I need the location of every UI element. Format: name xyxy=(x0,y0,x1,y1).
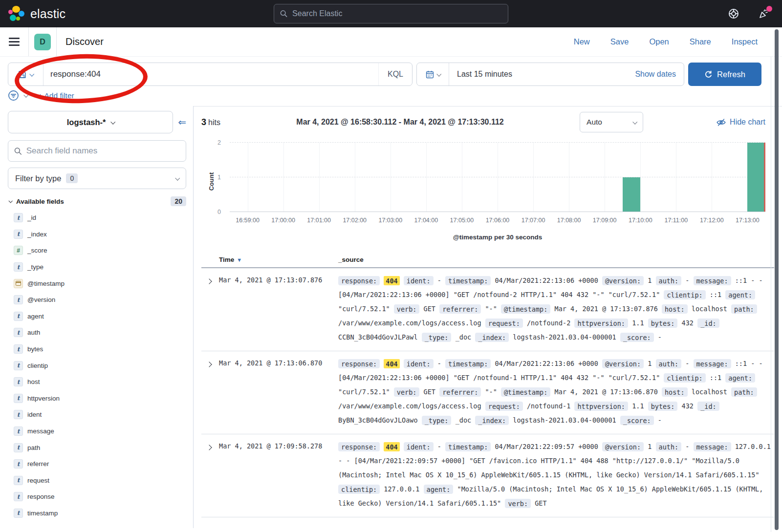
field-label: clientip: xyxy=(664,373,705,383)
search-icon xyxy=(280,10,287,18)
field-item-response[interactable]: tresponse xyxy=(8,489,186,505)
field-item-@timestamp[interactable]: @timestamp xyxy=(8,275,186,292)
field-item-ident[interactable]: tident xyxy=(8,406,186,423)
field-label: message: xyxy=(694,276,731,285)
field-name: clientip xyxy=(27,362,48,369)
nav-link-save[interactable]: Save xyxy=(610,37,629,46)
expand-row-button[interactable] xyxy=(201,440,219,511)
x-tick: 17:06:00 xyxy=(486,217,510,224)
filter-icon[interactable] xyxy=(8,90,19,101)
hide-chart-button[interactable]: Hide chart xyxy=(717,118,765,127)
x-axis-label: @timestamp per 30 seconds xyxy=(230,234,765,241)
add-filter-button[interactable]: + Add filter xyxy=(38,91,74,100)
doc-time: Mar 4, 2021 @ 17:13:06.870 xyxy=(219,357,338,427)
field-label: _score: xyxy=(620,333,654,342)
histogram-bar[interactable] xyxy=(747,143,765,212)
field-label: message: xyxy=(694,442,731,451)
field-name: host xyxy=(27,378,40,385)
field-name: ident xyxy=(27,411,42,418)
field-item-host[interactable]: thost xyxy=(8,374,186,390)
expand-row-button[interactable] xyxy=(201,274,219,344)
field-value: 04/Mar/2021:22:13:06 +0000 xyxy=(495,360,598,367)
field-item-@version[interactable]: t@version xyxy=(8,292,186,308)
interval-select[interactable]: Auto xyxy=(580,112,643,132)
field-item-message[interactable]: tmessage xyxy=(8,423,186,440)
field-value: - xyxy=(658,416,662,424)
discover-app-badge[interactable]: D xyxy=(34,34,51,50)
field-name: _type xyxy=(27,263,43,271)
field-value: - xyxy=(658,333,662,341)
field-item-request[interactable]: trequest xyxy=(8,472,186,489)
refresh-button[interactable]: Refresh xyxy=(688,63,761,86)
field-label: bytes: xyxy=(648,319,678,328)
saved-query-menu-button[interactable] xyxy=(8,63,43,85)
field-value: ByBN_3cB04dGovJLOawo xyxy=(338,416,418,424)
date-picker-quick-menu[interactable] xyxy=(417,63,449,85)
field-value: _doc xyxy=(456,333,472,341)
x-tick: 17:07:00 xyxy=(521,217,545,224)
help-icon[interactable] xyxy=(727,7,740,20)
field-value: - xyxy=(437,360,441,367)
chevron-down-icon[interactable] xyxy=(23,93,28,98)
field-label: _index: xyxy=(475,416,509,425)
field-label: path: xyxy=(731,387,757,397)
elastic-logo-icon[interactable] xyxy=(8,4,25,23)
field-label: @version: xyxy=(602,276,644,285)
x-tick: 17:11:00 xyxy=(664,217,688,224)
histogram-bar[interactable] xyxy=(623,177,641,212)
field-value: Mar 4, 2021 @ 17:13:07.876 xyxy=(555,305,658,313)
collapse-sidebar-icon[interactable]: ⇐ xyxy=(178,117,186,127)
available-fields-header[interactable]: Available fields 20 xyxy=(8,196,186,206)
index-pattern-selector[interactable]: logstash-* xyxy=(8,111,173,133)
chart-yaxis: 012 xyxy=(201,143,226,212)
field-name: timestamp xyxy=(27,510,58,517)
expand-row-button[interactable] xyxy=(201,357,219,427)
field-label: referrer: xyxy=(439,304,481,314)
menu-icon[interactable] xyxy=(0,27,28,56)
filter-by-type-select[interactable]: Filter by type 0 xyxy=(8,168,186,189)
nav-link-new[interactable]: New xyxy=(574,37,590,46)
show-dates-button[interactable]: Show dates xyxy=(635,70,684,79)
field-value: GET xyxy=(535,499,546,507)
field-item-clientip[interactable]: tclientip xyxy=(8,357,186,374)
scrollbar[interactable] xyxy=(775,29,779,530)
y-tick: 2 xyxy=(217,139,221,146)
field-label: response: xyxy=(338,442,380,451)
page-title: Discover xyxy=(65,36,104,47)
document-row: Mar 4, 2021 @ 17:09:58.278response: 404 … xyxy=(201,434,774,517)
discover-main-panel: 3hits Mar 4, 2021 @ 16:58:30.112 - Mar 4… xyxy=(194,106,782,528)
field-name: @version xyxy=(27,296,55,303)
chevron-down-icon xyxy=(29,71,34,76)
nav-link-inspect[interactable]: Inspect xyxy=(732,37,758,46)
field-item-auth[interactable]: tauth xyxy=(8,324,186,341)
time-column-header[interactable]: Time ▼ xyxy=(219,256,338,263)
field-item-_id[interactable]: t_id xyxy=(8,210,186,226)
field-search-input[interactable] xyxy=(26,146,180,156)
global-search-input[interactable] xyxy=(292,9,502,18)
app-nav-bar: D Discover NewSaveOpenShareInspect xyxy=(0,27,782,57)
string-field-icon: t xyxy=(14,410,23,419)
field-item-timestamp[interactable]: ttimestamp xyxy=(8,505,186,522)
field-item-httpversion[interactable]: thttpversion xyxy=(8,390,186,407)
field-item-path[interactable]: tpath xyxy=(8,439,186,456)
sort-desc-icon[interactable]: ▼ xyxy=(237,257,242,263)
field-item-bytes[interactable]: tbytes xyxy=(8,341,186,358)
nav-link-open[interactable]: Open xyxy=(649,37,669,46)
source-column-header: _source xyxy=(338,256,774,263)
field-item-_type[interactable]: t_type xyxy=(8,259,186,276)
field-item-_index[interactable]: t_index xyxy=(8,226,186,243)
field-item-_score[interactable]: #_score xyxy=(8,242,186,259)
newsfeed-icon[interactable] xyxy=(758,7,770,20)
kql-button[interactable]: KQL xyxy=(378,63,412,85)
field-label: request: xyxy=(485,319,523,328)
field-label: auth: xyxy=(656,442,682,451)
field-search-box[interactable] xyxy=(8,140,186,162)
string-field-icon: t xyxy=(14,328,23,337)
time-range-button[interactable]: Last 15 minutes xyxy=(449,70,635,79)
nav-link-share[interactable]: Share xyxy=(690,37,711,46)
global-search[interactable] xyxy=(274,4,508,23)
field-item-agent[interactable]: tagent xyxy=(8,308,186,325)
field-item-referrer[interactable]: treferrer xyxy=(8,456,186,472)
global-header: elastic xyxy=(0,0,782,27)
query-input[interactable] xyxy=(43,63,378,85)
